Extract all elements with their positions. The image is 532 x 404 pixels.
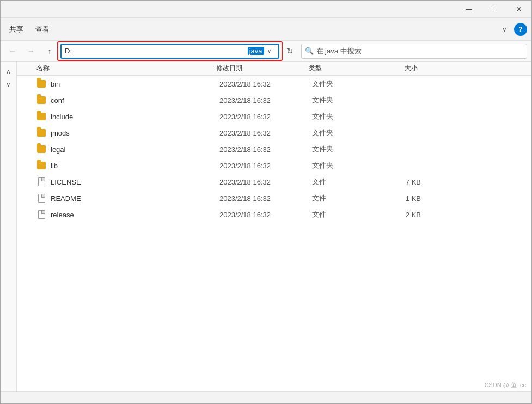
address-box-wrapper: D: java ∨ [60,44,279,59]
file-type: 文件 [312,177,388,187]
file-type: 文件 [312,210,388,219]
file-size: 1 KB [388,194,432,203]
toolbar-chevron-icon[interactable]: ∨ [498,23,511,36]
main-layout: ∧ ∨ 名称 修改日期 类型 大小 bin2023/2/18 16:32文件夹c… [1,62,531,393]
view-menu-item[interactable]: 查看 [31,22,54,36]
folder-icon [36,144,46,154]
file-date: 2023/2/18 16:32 [219,96,312,105]
file-size: 7 KB [388,178,432,186]
file-date: 2023/2/18 16:32 [219,80,312,88]
search-box[interactable]: 🔍 在 java 中搜索 [301,44,528,59]
file-date: 2023/2/18 16:32 [219,194,312,203]
file-row[interactable]: include2023/2/18 16:32文件夹 [17,108,531,125]
file-icon [36,193,46,203]
file-type: 文件夹 [312,112,388,121]
file-name: bin [51,80,219,88]
file-row[interactable]: README2023/2/18 16:32文件1 KB [17,190,531,206]
file-type: 文件夹 [312,128,388,138]
folder-icon [36,79,46,89]
file-name: lib [51,162,219,170]
file-row[interactable]: lib2023/2/18 16:32文件夹 [17,157,531,174]
folder-icon [36,128,46,138]
column-name-header[interactable]: 名称 [36,64,216,73]
up-button[interactable]: ↑ [42,44,57,59]
file-row[interactable]: jmods2023/2/18 16:32文件夹 [17,125,531,141]
address-path-highlight: java [248,47,264,55]
address-box[interactable]: D: java ∨ [60,44,279,59]
search-placeholder-text: 在 java 中搜索 [316,46,362,56]
file-icon [36,177,46,187]
watermark: CSDN @ 鱼_cc [484,381,526,389]
close-button[interactable]: ✕ [506,1,531,18]
file-row[interactable]: legal2023/2/18 16:32文件夹 [17,141,531,157]
refresh-button[interactable]: ↻ [283,44,298,59]
file-row[interactable]: LICENSE2023/2/18 16:32文件7 KB [17,174,531,190]
file-icon [36,210,46,219]
share-menu-item[interactable]: 共享 [5,22,28,36]
file-date: 2023/2/18 16:32 [219,113,312,121]
maximize-button[interactable]: □ [481,1,506,18]
file-date: 2023/2/18 16:32 [219,129,312,137]
file-name: include [51,113,219,121]
back-button[interactable]: ← [5,44,20,59]
file-date: 2023/2/18 16:32 [219,162,312,170]
sidebar-up-arrow[interactable]: ∧ [4,66,13,77]
file-row[interactable]: bin2023/2/18 16:32文件夹 [17,76,531,92]
column-type-header[interactable]: 类型 [309,64,385,73]
file-date: 2023/2/18 16:32 [219,178,312,186]
file-type: 文件 [312,193,388,203]
file-size: 2 KB [388,211,432,219]
file-type: 文件夹 [312,95,388,105]
file-name: LICENSE [51,178,219,186]
file-list: bin2023/2/18 16:32文件夹conf2023/2/18 16:32… [17,76,531,223]
file-type: 文件夹 [312,161,388,170]
file-name: legal [51,145,219,154]
file-date: 2023/2/18 16:32 [219,211,312,219]
title-bar-controls: — □ ✕ [456,1,531,18]
folder-icon [36,161,46,170]
sidebar: ∧ ∨ [1,62,17,393]
help-button[interactable]: ? [514,23,527,36]
file-row[interactable]: conf2023/2/18 16:32文件夹 [17,92,531,108]
toolbar: 共享 查看 ∨ ? [1,18,531,41]
file-row[interactable]: release2023/2/18 16:32文件2 KB [17,206,531,223]
address-path-prefix: D: [65,47,248,55]
forward-button[interactable]: → [23,44,39,59]
status-bar [1,391,531,403]
folder-icon [36,112,46,121]
title-bar: — □ ✕ [1,1,531,18]
address-dropdown-button[interactable]: ∨ [264,45,275,58]
file-area: 名称 修改日期 类型 大小 bin2023/2/18 16:32文件夹conf2… [17,62,531,393]
search-icon: 🔍 [305,47,314,55]
column-date-header[interactable]: 修改日期 [216,64,309,73]
file-name: conf [51,96,219,105]
file-name: release [51,211,219,219]
address-bar-row: ← → ↑ D: java ∨ ↻ 🔍 在 java 中搜索 [1,41,531,62]
column-size-header[interactable]: 大小 [385,64,429,73]
file-name: jmods [51,129,219,137]
column-headers: 名称 修改日期 类型 大小 [17,62,531,76]
file-date: 2023/2/18 16:32 [219,145,312,154]
folder-icon [36,95,46,105]
file-type: 文件夹 [312,144,388,154]
watermark-text: CSDN @ 鱼_cc [484,381,526,389]
sidebar-down-arrow[interactable]: ∨ [4,79,13,90]
file-type: 文件夹 [312,79,388,89]
file-name: README [51,194,219,203]
minimize-button[interactable]: — [456,1,481,18]
